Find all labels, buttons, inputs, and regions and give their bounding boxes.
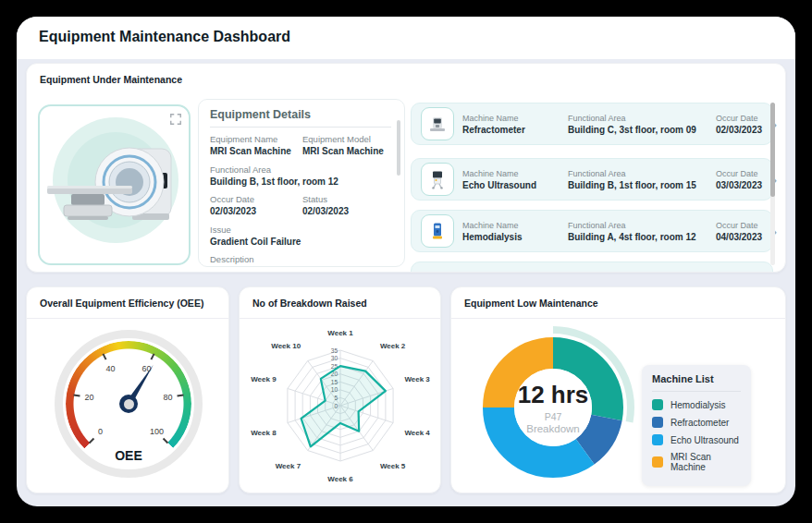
oee-gauge: OEE 020406080100: [55, 330, 203, 478]
details-scrollbar-thumb[interactable]: [397, 120, 400, 176]
machine-icon-box: [421, 107, 454, 140]
field-label: Equipment Model: [302, 134, 391, 144]
gauge-tick-label: 0: [98, 427, 103, 436]
machine-name-value: Echo Ultrasound: [462, 180, 559, 190]
machine-name-label: Machine Name: [462, 114, 559, 123]
radar-axis-label: Week 10: [271, 342, 301, 350]
card-title-divider: [240, 318, 440, 319]
functional-area-value: Building C, 3st floor, room 09: [568, 125, 707, 135]
expand-icon[interactable]: [169, 113, 182, 126]
gauge-tick-label: 100: [150, 427, 164, 436]
window-header: Equipment Maintenance Dashboard: [17, 17, 795, 59]
field-value: 02/03/2023: [210, 206, 302, 218]
machine-icon-box: [421, 163, 454, 196]
field-label: Occur Date: [210, 194, 302, 204]
card-title-divider: [451, 318, 785, 319]
radar-axis-label: Week 2: [380, 342, 406, 350]
occur-date-value: 04/03/2023: [716, 232, 762, 242]
occur-date-label: Occur Date: [716, 169, 762, 178]
radar-axis-label: Week 9: [251, 375, 277, 383]
machine-name-label: Machine Name: [462, 221, 559, 230]
radar-axis-label: Week 3: [404, 375, 430, 383]
functional-area-label: Functional Area: [568, 114, 707, 123]
machine-row-partial[interactable]: [411, 262, 773, 273]
legend-item: MRI Scan Machine: [652, 452, 741, 472]
oee-card-title: Overall Equipment Efficiency (OEE): [40, 298, 203, 309]
low-maintenance-card: Equipment Low Maintenance 12 hrs P47 Bre…: [450, 286, 786, 493]
legend-swatch-refractometer: [652, 417, 663, 428]
legend-title: Machine List: [652, 373, 741, 384]
machine-list-legend: Machine List Hemodialysis Refractometer …: [642, 365, 751, 486]
radar-rtick-label: 30: [331, 355, 338, 361]
field-value: MRI Scan Machine: [302, 146, 391, 158]
gauge-tick-label: 60: [142, 364, 152, 373]
dashboard-window: Equipment Maintenance Dashboard Equipmen…: [17, 17, 795, 506]
radar-axis-label: Week 7: [276, 462, 301, 470]
field-label: Functional Area: [210, 164, 391, 175]
machine-row[interactable]: Machine Name Echo Ultrasound Functional …: [411, 158, 773, 201]
field-label: Issue: [210, 225, 391, 235]
gauge-tick-label: 80: [163, 393, 172, 402]
functional-area-value: Building A, 4st floor, room 12: [568, 232, 707, 242]
donut-center-sub1: P47: [498, 411, 609, 422]
machine-name-value: Hemodialysis: [462, 232, 559, 242]
radar-axis-label: Week 1: [327, 329, 353, 337]
functional-area-label: Functional Area: [568, 221, 707, 230]
radar-axis-label: Week 4: [404, 429, 430, 437]
gauge-tick-label: 20: [85, 393, 94, 402]
machine-name-value: Refractometer: [462, 125, 559, 135]
legend-label: Refractometer: [671, 418, 729, 428]
field-value-description: During a routine patient scan, the scann…: [210, 266, 391, 267]
radar-axis-label: Week 8: [251, 429, 277, 437]
card-title-divider: [27, 318, 228, 319]
functional-area-label: Functional Area: [568, 169, 707, 178]
radar-axis-label: Week 5: [380, 462, 406, 470]
mri-scanner-image: [40, 117, 188, 256]
section-title: Equipment Under Maintenance: [40, 74, 182, 85]
donut-center-sub2: Breakdown: [498, 423, 609, 434]
gauge-tick-label: 40: [105, 364, 115, 373]
page-title: Equipment Maintenance Dashboard: [39, 29, 290, 45]
field-label: Status: [302, 194, 391, 204]
field-value: Building B, 1st floor, room 12: [210, 176, 391, 189]
radar-rtick-label: 35: [331, 347, 338, 354]
equipment-image-card: [38, 104, 191, 265]
legend-item: Refractometer: [652, 417, 741, 428]
field-value: MRI Scan Machine: [210, 146, 302, 158]
legend-item: Hemodialysis: [652, 399, 741, 410]
radar-axis-label: Week 6: [327, 475, 353, 483]
field-value: 02/03/2023: [302, 206, 391, 218]
occur-date-value: 03/03/2023: [716, 180, 762, 190]
gauge-caption: OEE: [55, 448, 203, 463]
legend-swatch-echo-ultrasound: [652, 434, 663, 445]
field-value: Gradient Coil Failure: [210, 237, 391, 249]
machine-name-label: Machine Name: [462, 169, 559, 178]
breakdown-radar-card: No of Breakdown Raised Week 1Week 2Week …: [239, 286, 441, 493]
details-title: Equipment Details: [210, 108, 391, 121]
machine-row[interactable]: Machine Name Refractometer Functional Ar…: [411, 103, 773, 145]
occur-date-label: Occur Date: [716, 114, 762, 123]
legend-item: Echo Ultrasound: [652, 434, 741, 445]
legend-swatch-hemodialysis: [652, 399, 663, 410]
radar-card-title: No of Breakdown Raised: [252, 298, 367, 309]
refractometer-icon: [426, 113, 449, 135]
donut-center-text: 12 hrs P47 Breakdown: [498, 382, 609, 434]
legend-label: MRI Scan Machine: [671, 452, 741, 472]
hemodialysis-icon: [426, 220, 449, 242]
occur-date-label: Occur Date: [716, 221, 762, 230]
legend-label: Echo Ultrasound: [671, 435, 739, 445]
breakdown-radar-chart: Week 1Week 2Week 3Week 4Week 5Week 6Week…: [246, 321, 435, 491]
equipment-under-maintenance-card: Equipment Under Maintenance: [26, 63, 786, 273]
echo-ultrasound-icon: [426, 168, 449, 190]
legend-divider: [652, 391, 741, 392]
functional-area-value: Building B, 1st floor, room 15: [568, 180, 707, 190]
legend-label: Hemodialysis: [671, 400, 725, 410]
list-scrollbar-thumb[interactable]: [770, 103, 775, 197]
details-divider: [210, 127, 391, 128]
donut-card-title: Equipment Low Maintenance: [464, 298, 598, 309]
field-label: Equipment Name: [210, 134, 302, 144]
equipment-details-panel: Equipment Details Equipment Name MRI Sca…: [198, 99, 405, 267]
machine-row[interactable]: Machine Name Hemodialysis Functional Are…: [411, 210, 773, 252]
gauge-hub-center: [124, 399, 134, 409]
machine-icon-box: [421, 214, 454, 248]
